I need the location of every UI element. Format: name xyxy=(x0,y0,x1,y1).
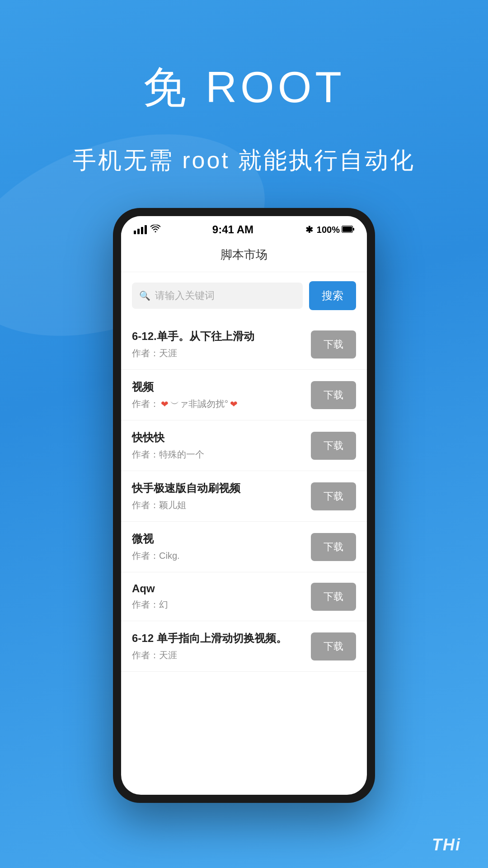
list-item: Aqw 作者：幻 下载 xyxy=(121,572,367,621)
wifi-icon xyxy=(150,225,160,235)
script-author: 作者：天涯 xyxy=(132,649,311,661)
bottom-label: THi xyxy=(432,835,461,854)
script-name: 视频 xyxy=(132,380,311,394)
script-author: 作者：幻 xyxy=(132,599,311,611)
script-info: 快手极速版自动刷视频 作者：颖儿姐 xyxy=(132,481,311,511)
script-info: Aqw 作者：幻 xyxy=(132,582,311,611)
search-input-wrapper[interactable]: 🔍 请输入关键词 xyxy=(132,283,303,309)
status-right: ✱ 100% xyxy=(305,224,354,235)
svg-rect-1 xyxy=(343,226,352,232)
svg-rect-2 xyxy=(353,228,354,231)
script-author: 作者：天涯 xyxy=(132,347,311,359)
search-placeholder-text: 请输入关键词 xyxy=(155,289,215,302)
list-item: 微视 作者：Cikg. 下载 xyxy=(121,522,367,572)
app-title: 脚本市场 xyxy=(221,248,267,261)
author-name: ︶ァ非誠勿扰° xyxy=(170,398,228,410)
battery-icon xyxy=(342,225,354,235)
status-bar: 9:41 AM ✱ 100% xyxy=(121,216,367,240)
download-button[interactable]: 下载 xyxy=(311,533,356,561)
download-button[interactable]: 下载 xyxy=(311,381,356,409)
download-button[interactable]: 下载 xyxy=(311,330,356,359)
app-header: 脚本市场 xyxy=(121,240,367,272)
hero-title: 免 ROOT xyxy=(0,59,488,118)
script-name: 微视 xyxy=(132,532,311,546)
script-info: 微视 作者：Cikg. xyxy=(132,532,311,562)
phone-mockup: 9:41 AM ✱ 100% xyxy=(113,208,375,803)
download-button[interactable]: 下载 xyxy=(311,432,356,460)
signal-bars-icon xyxy=(134,225,147,234)
bluetooth-icon: ✱ xyxy=(305,224,313,235)
script-name: 快快快 xyxy=(132,430,311,445)
script-author: 作者：颖儿姐 xyxy=(132,499,311,511)
hero-subtitle: 手机无需 root 就能执行自动化 xyxy=(0,145,488,176)
heart-icon: ❤ xyxy=(161,399,169,410)
script-author: 作者：特殊的一个 xyxy=(132,448,311,461)
list-item: 快快快 作者：特殊的一个 下载 xyxy=(121,420,367,471)
list-item: 6-12.单手。从下往上滑动 作者：天涯 下载 xyxy=(121,319,367,370)
search-section[interactable]: 🔍 请输入关键词 搜索 xyxy=(121,272,367,319)
list-item: 6-12 单手指向上滑动切换视频。 作者：天涯 下载 xyxy=(121,621,367,672)
download-button[interactable]: 下载 xyxy=(311,583,356,611)
hero-section: 免 ROOT 手机无需 root 就能执行自动化 xyxy=(0,0,488,176)
script-author: 作者：Cikg. xyxy=(132,550,311,562)
script-author: 作者： ❤ ︶ァ非誠勿扰° ❤ xyxy=(132,398,311,410)
script-info: 视频 作者： ❤ ︶ァ非誠勿扰° ❤ xyxy=(132,380,311,410)
status-left xyxy=(134,225,160,235)
list-item: 快手极速版自动刷视频 作者：颖儿姐 下载 xyxy=(121,471,367,522)
script-name: 6-12.单手。从下往上滑动 xyxy=(132,329,311,344)
list-item: 视频 作者： ❤ ︶ァ非誠勿扰° ❤ 下载 xyxy=(121,370,367,420)
script-name: Aqw xyxy=(132,582,311,595)
heart-icon-2: ❤ xyxy=(230,399,238,410)
battery-percent: 100% xyxy=(317,225,340,235)
script-info: 6-12 单手指向上滑动切换视频。 作者：天涯 xyxy=(132,631,311,661)
battery-container: 100% xyxy=(317,225,354,235)
status-time: 9:41 AM xyxy=(212,223,253,236)
search-button[interactable]: 搜索 xyxy=(309,281,356,310)
script-name: 6-12 单手指向上滑动切换视频。 xyxy=(132,631,311,646)
script-list: 6-12.单手。从下往上滑动 作者：天涯 下载 视频 作者： ❤ ︶ァ非誠勿扰°… xyxy=(121,319,367,672)
download-button[interactable]: 下载 xyxy=(311,632,356,660)
script-info: 快快快 作者：特殊的一个 xyxy=(132,430,311,461)
search-icon: 🔍 xyxy=(139,290,150,301)
script-info: 6-12.单手。从下往上滑动 作者：天涯 xyxy=(132,329,311,359)
download-button[interactable]: 下载 xyxy=(311,482,356,510)
phone-frame: 9:41 AM ✱ 100% xyxy=(113,208,375,803)
script-name: 快手极速版自动刷视频 xyxy=(132,481,311,495)
phone-screen: 9:41 AM ✱ 100% xyxy=(121,216,367,795)
author-label: 作者： xyxy=(132,398,159,410)
